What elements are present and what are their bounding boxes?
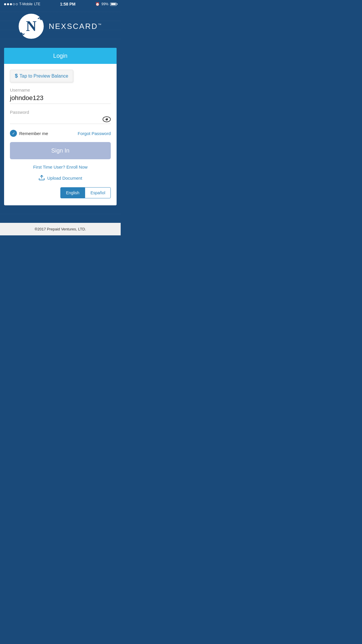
footer-text: ®2017 Prepaid Ventures, LTD.	[35, 227, 86, 231]
carrier-label: T-Mobile	[19, 2, 33, 6]
username-field: Username johndoe123	[10, 88, 111, 104]
password-input-row	[10, 116, 111, 124]
logo-svg: N	[18, 13, 44, 39]
remember-me-checkbox[interactable]: ✓	[10, 130, 17, 137]
svg-text:N: N	[26, 18, 36, 34]
password-divider	[10, 124, 111, 124]
status-time: 1:58 PM	[60, 2, 75, 6]
sign-in-button[interactable]: Sign In	[10, 142, 111, 159]
login-title: Login	[9, 52, 112, 59]
dot-5	[16, 3, 18, 5]
lang-english-button[interactable]: English	[60, 187, 85, 198]
language-selector: English Español	[10, 187, 111, 198]
upload-label: Upload Document	[47, 176, 82, 181]
username-divider	[10, 104, 111, 104]
enroll-link-container: First Time User? Enroll Now	[10, 164, 111, 170]
lang-espanol-button[interactable]: Español	[85, 187, 111, 198]
password-label: Password	[10, 110, 111, 115]
login-header: Login	[4, 48, 117, 64]
dot-3	[10, 3, 12, 5]
enroll-link[interactable]: First Time User? Enroll Now	[33, 164, 88, 169]
battery-pct: 99%	[101, 2, 108, 6]
balance-preview-button[interactable]: $ Tap to Preview Balance	[10, 70, 73, 82]
checkmark-icon: ✓	[12, 132, 15, 135]
header-area: N NEXSCARD™	[0, 8, 121, 48]
upload-icon	[38, 174, 45, 181]
dot-2	[7, 3, 9, 5]
remember-me-label: Remember me	[19, 131, 48, 136]
upload-document-button[interactable]: Upload Document	[10, 174, 111, 181]
background-spacer	[0, 205, 121, 223]
status-right: ⏰ 99%	[95, 2, 117, 6]
username-value[interactable]: johndoe123	[10, 94, 111, 102]
svg-point-6	[106, 118, 107, 119]
login-body: $ Tap to Preview Balance Username johndo…	[4, 64, 117, 205]
alarm-icon: ⏰	[95, 2, 100, 6]
nexscard-logo-svg: N	[18, 13, 44, 39]
remember-forgot-row: ✓ Remember me Forgot Password	[10, 130, 111, 137]
login-card: Login $ Tap to Preview Balance Username …	[4, 48, 117, 205]
battery-icon	[110, 3, 117, 6]
dollar-icon: $	[15, 73, 18, 79]
brand-text: NEXSCARD™	[49, 22, 102, 31]
eye-icon[interactable]	[103, 116, 111, 124]
network-label: LTE	[34, 2, 40, 6]
password-field: Password	[10, 110, 111, 124]
balance-preview-label: Tap to Preview Balance	[20, 74, 68, 79]
logo-container: N NEXSCARD™	[18, 13, 102, 39]
status-bar: T-Mobile LTE 1:58 PM ⏰ 99%	[0, 0, 121, 8]
forgot-password-link[interactable]: Forgot Password	[78, 131, 111, 136]
dot-4	[13, 3, 15, 5]
username-label: Username	[10, 88, 111, 92]
signal-dots	[4, 3, 18, 5]
remember-me-container[interactable]: ✓ Remember me	[10, 130, 48, 137]
battery-fill	[111, 3, 116, 5]
status-left: T-Mobile LTE	[4, 2, 40, 6]
dot-1	[4, 3, 6, 5]
footer: ®2017 Prepaid Ventures, LTD.	[0, 223, 121, 235]
brand-name: NEXSCARD™	[49, 22, 102, 31]
